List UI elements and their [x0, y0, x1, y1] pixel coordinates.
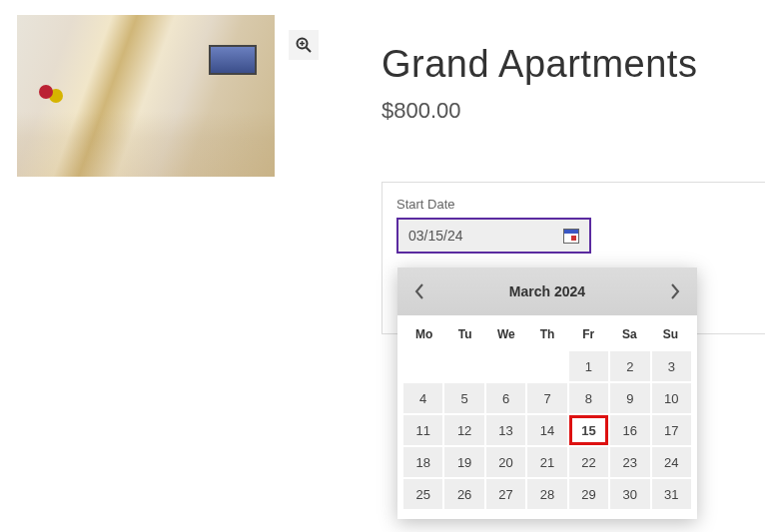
weekday-header: Su [650, 327, 691, 341]
day-cell[interactable]: 16 [610, 415, 649, 445]
calendar-icon [563, 229, 579, 244]
start-date-value: 03/15/24 [408, 228, 463, 244]
day-cell[interactable]: 28 [527, 479, 566, 509]
day-cell-empty [403, 351, 442, 381]
day-cell[interactable]: 1 [569, 351, 608, 381]
day-cell[interactable]: 29 [569, 479, 608, 509]
weekday-header: Mo [403, 327, 444, 341]
day-cell[interactable]: 5 [444, 383, 483, 413]
day-cell[interactable]: 14 [527, 415, 566, 445]
day-cell-empty [527, 351, 566, 381]
weekday-header: Fr [568, 327, 609, 341]
datepicker-weekdays: MoTuWeThFrSaSu [397, 315, 697, 351]
day-cell[interactable]: 25 [403, 479, 442, 509]
product-price: $800.00 [382, 98, 461, 124]
product-image-decor [209, 45, 257, 75]
day-cell[interactable]: 4 [403, 383, 442, 413]
day-cell-empty [486, 351, 525, 381]
day-cell[interactable]: 10 [652, 383, 691, 413]
day-cell[interactable]: 17 [652, 415, 691, 445]
chevron-left-icon [413, 282, 425, 300]
day-cell[interactable]: 3 [652, 351, 691, 381]
day-cell[interactable]: 22 [569, 447, 608, 477]
product-image[interactable] [17, 15, 275, 177]
day-cell[interactable]: 8 [569, 383, 608, 413]
start-date-label: Start Date [396, 197, 751, 212]
day-cell[interactable]: 27 [486, 479, 525, 509]
day-cell[interactable]: 18 [403, 447, 442, 477]
svg-line-1 [307, 48, 312, 53]
day-cell[interactable]: 2 [610, 351, 649, 381]
weekday-header: We [485, 327, 526, 341]
datepicker-header: March 2024 [397, 267, 697, 315]
weekday-header: Th [526, 327, 567, 341]
day-cell[interactable]: 6 [486, 383, 525, 413]
day-cell[interactable]: 15 [569, 415, 608, 445]
product-title: Grand Apartments [382, 43, 697, 86]
day-cell[interactable]: 26 [444, 479, 483, 509]
chevron-right-icon [669, 282, 681, 300]
datepicker-month: March 2024 [509, 283, 585, 299]
weekday-header: Tu [444, 327, 485, 341]
zoom-button[interactable] [289, 30, 319, 60]
day-cell[interactable]: 19 [444, 447, 483, 477]
next-month-button[interactable] [661, 277, 689, 305]
weekday-header: Sa [609, 327, 650, 341]
day-cell[interactable]: 11 [403, 415, 442, 445]
day-cell[interactable]: 20 [486, 447, 525, 477]
day-cell[interactable]: 23 [610, 447, 649, 477]
day-cell[interactable]: 12 [444, 415, 483, 445]
datepicker-grid: 1234567891011121314151617181920212223242… [397, 351, 697, 519]
prev-month-button[interactable] [405, 277, 433, 305]
day-cell[interactable]: 7 [527, 383, 566, 413]
product-image-decor [39, 85, 53, 99]
day-cell[interactable]: 9 [610, 383, 649, 413]
day-cell[interactable]: 21 [527, 447, 566, 477]
datepicker: March 2024 MoTuWeThFrSaSu 12345678910111… [397, 267, 697, 519]
day-cell[interactable]: 31 [652, 479, 691, 509]
day-cell[interactable]: 13 [486, 415, 525, 445]
day-cell[interactable]: 24 [652, 447, 691, 477]
day-cell-empty [444, 351, 483, 381]
start-date-input[interactable]: 03/15/24 [396, 218, 591, 254]
day-cell[interactable]: 30 [610, 479, 649, 509]
zoom-icon [296, 37, 312, 53]
